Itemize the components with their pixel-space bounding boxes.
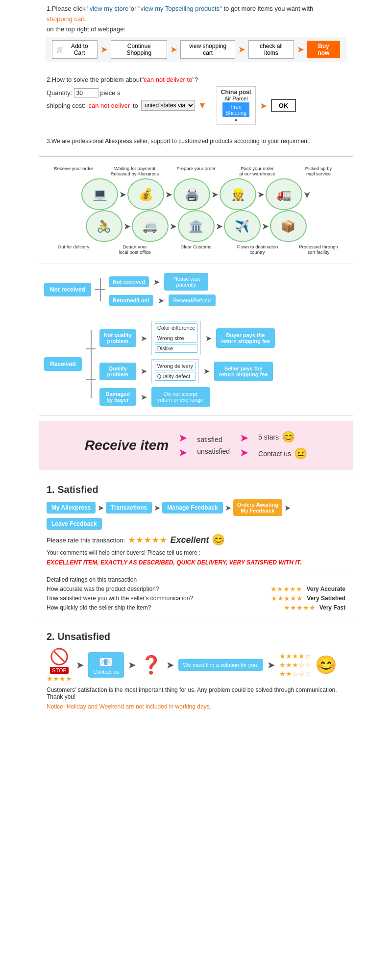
unsat-smiley: 😊 [315, 655, 337, 675]
proc-arrow-6: ➤ [216, 221, 223, 232]
arrow-2: ➤ [170, 44, 177, 55]
check-items-button[interactable]: check all items [248, 40, 294, 59]
shipping-row: shipping cost: can not deliver to unied … [47, 100, 207, 111]
rec-arrow-1: ➤ [141, 334, 147, 343]
fb-arrow-4: ➤ [284, 503, 291, 513]
proc-icon-4: 👷 [220, 178, 256, 210]
detail-row-1: How accurate was the product description… [47, 585, 345, 593]
step1-subtext: on the top right of webpage: [47, 25, 345, 33]
pink-arrow-2: ➤ [178, 446, 187, 459]
stop-sign: STOP [50, 667, 69, 674]
fb-arrow-1: ➤ [98, 503, 104, 513]
proc-icon-7: ✈️ [224, 210, 261, 242]
dislike-box: Dislike [155, 344, 197, 353]
rec-arrow-5: ➤ [141, 392, 147, 402]
excellent-smiley: 😊 [212, 534, 225, 546]
nr-arrow-2: ➤ [158, 296, 164, 305]
step3-text: 3.We are professional Aliexpress seller,… [47, 138, 345, 145]
rec-arrow-3: ➤ [141, 367, 147, 376]
not-quality-box: Not qualityproblem [99, 329, 136, 347]
nr-arrow-1: ➤ [153, 277, 160, 287]
proc-icon-3: 🖨️ [173, 178, 210, 210]
proc-icon-6: 📦 [270, 210, 307, 242]
comment-help-text: Your comments will help other buyers! Pl… [47, 549, 345, 556]
rate-row: Please rate this transaction: ★★★★★ Exce… [47, 534, 345, 546]
find-solution-box: We must find a solution for you. [178, 659, 264, 671]
proc-label-5: Picked up bymail service [296, 166, 341, 176]
view-cart-button[interactable]: view shopping cart [180, 40, 235, 59]
arrow-down-1: ▼ [198, 100, 207, 111]
shipping-country-select[interactable]: unied states via [141, 100, 195, 111]
no-return-box: Do not acceptreturn or exchange [151, 387, 210, 407]
not-received-label: Not received [44, 283, 91, 296]
proc-arrow-down: ➤ [302, 191, 313, 198]
stars-display: ★★★★★ [128, 535, 167, 545]
unsat-stars-col: ★★★★☆ ★★★☆☆ ★★☆☆☆ [279, 652, 311, 678]
neutral-smiley: 😐 [294, 447, 307, 460]
unsat-stars-1: ★★★★ [47, 675, 72, 683]
buy-now-button[interactable]: Buy now [307, 41, 340, 58]
step2-title: 2.How to solve the problem about"can not… [47, 76, 345, 83]
not-received-section: Not received Not received ➤ Please waitp… [39, 268, 353, 311]
pink-arrow-4: ➤ [240, 446, 248, 459]
proc-label-6: Processed throughsort facility [296, 244, 341, 255]
proc-arrow-4: ➤ [257, 189, 265, 200]
quality-prob-box: Qualityproblem [99, 363, 136, 380]
proc-arrow-2: ➤ [165, 189, 172, 200]
detail-section: Detailed ratings on this transaction How… [47, 570, 345, 612]
proc-label-9: Depart yourlocal post office [110, 244, 159, 255]
proc-icon-1: 💻 [81, 178, 118, 210]
satisfied-section: 1. Satisfied My Aliexpress ➤ Transaction… [39, 479, 353, 618]
unsat-arrow-4: ➤ [267, 659, 275, 671]
fb-leave: Leave Feedback [47, 518, 102, 530]
contact-us-label: Contact us [93, 669, 119, 675]
receive-item-section: Receive item ➤ ➤ satisfied unsatisfied ➤… [39, 421, 353, 470]
unsat-stars-row-2: ★★★☆☆ [279, 661, 311, 669]
excellent-comment: EXCELLENT ITEM, EXACTLY AS DESCRIBED, QU… [47, 559, 345, 566]
continue-shopping-button[interactable]: Continue Shopping [111, 40, 167, 59]
china-post-section: China post Air Parcel Free Shipping ● ➤ … [217, 86, 296, 125]
step1-title: 1.Please click "view my store"or "view m… [47, 5, 345, 12]
step1-section: 1.Please click "view my store"or "view m… [39, 0, 353, 71]
proc-icon-10: 🚴 [86, 210, 122, 242]
proc-label-8: Clear Customs [174, 244, 218, 255]
seller-pays-box: Seller pays thereturn shipping fee [214, 362, 273, 381]
proc-label-7: Flown to destinationcountry [233, 244, 282, 255]
unsatisfied-heading: 2. Unsatisfied [47, 631, 345, 642]
unsat-stars-row-3: ★★☆☆☆ [279, 670, 311, 678]
buyer-pays-box: Buyer pays thereturn shipping fee [216, 328, 275, 348]
rec-arrow-4: ➤ [203, 367, 210, 376]
detail-row-2: How satisfied were you with the seller's… [47, 594, 345, 602]
unsat-arrow-1: ➤ [76, 659, 84, 671]
excellent-text: Excellent [170, 535, 209, 545]
email-icon: 📧 [98, 655, 113, 669]
detail-row-3: How quickly did the seller ship the item… [47, 604, 345, 612]
arrow-1: ➤ [100, 44, 108, 55]
not-received-mid-1: Not received [109, 276, 149, 287]
fb-myaliexpress: My Aliexpress [47, 502, 96, 514]
proc-label-3: Prepare your order [174, 166, 218, 176]
email-contact-box: 📧 Contact us [88, 652, 124, 678]
color-diff-box: Color difference [155, 323, 197, 332]
fb-arrow-3: ➤ [225, 503, 231, 513]
ok-button[interactable]: OK [271, 99, 296, 112]
unsat-stars-row-1: ★★★★☆ [279, 652, 311, 660]
pink-arrow-1: ➤ [178, 432, 187, 444]
five-stars-text: 5 stars [258, 433, 279, 441]
notice-holiday: Notice: Holiday and Weekend are not incl… [47, 703, 345, 710]
view-topselling-link[interactable]: "view my Topselling products" [138, 5, 222, 12]
view-store-link[interactable]: "view my store" [87, 5, 131, 12]
quality-defect-box: Quality defect [155, 372, 196, 381]
detail-title: Detailed ratings on this transaction [47, 576, 345, 583]
proc-label-10: Out for delivery [51, 244, 96, 255]
arrow-to-ok: ➤ [260, 100, 267, 111]
cart-row: 🛒 Add to Cart ➤ Continue Shopping ➤ view… [47, 37, 345, 62]
no-sign-icon: 🚫 [49, 647, 69, 666]
proc-icon-2: 💰 [127, 178, 164, 210]
quantity-input[interactable] [74, 88, 98, 98]
nr-result-2: Resend/Refund [169, 294, 216, 306]
pink-arrow-3: ➤ [240, 432, 248, 444]
nr-result-1: Please waitpatiently [164, 273, 208, 291]
add-to-cart-button[interactable]: 🛒 Add to Cart [52, 40, 98, 59]
feedback-flow: My Aliexpress ➤ Transactions ➤ Manage Fe… [47, 499, 345, 530]
